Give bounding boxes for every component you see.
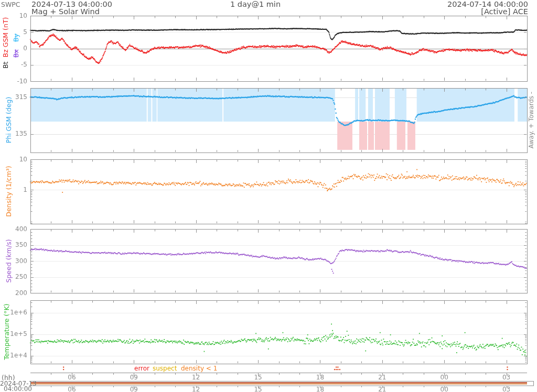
tick-label: 21 [374, 386, 390, 392]
tick-label: 300 [0, 258, 27, 265]
swpc-solar-wind-plot: SWPC 2024-07-13 04:00:00 1 day@1 min 202… [0, 0, 537, 392]
temperature-panel [30, 300, 527, 364]
tick-label: 03 [499, 386, 514, 392]
tick-label: 1 [0, 187, 27, 193]
density-panel [30, 159, 527, 224]
tick-label: 200 [0, 290, 27, 297]
sector-polarity-label: Away. + Towards - [528, 92, 535, 148]
tick-label: 00 [436, 386, 452, 392]
phi-panel [30, 88, 527, 153]
tick-label: 21 [374, 374, 390, 380]
flag-strip [30, 365, 527, 372]
cadence-label: 1 day@1 min [230, 0, 281, 8]
tick-label: 10 [0, 13, 27, 19]
tick-label: 135 [0, 130, 27, 137]
tick-label: 09 [126, 374, 142, 380]
swpc-brand: SWPC [1, 1, 20, 8]
source-status: [Active] ACE [481, 7, 528, 16]
tick-label: 5 [0, 29, 27, 36]
tick-label: 06 [64, 386, 80, 392]
mag-panel [30, 16, 527, 81]
tick-label: 15 [250, 386, 266, 392]
tick-label: -10 [0, 78, 27, 85]
tick-label: 250 [0, 274, 27, 280]
tick-label: 18 [312, 386, 328, 392]
plot-title: Mag + Solar Wind [31, 7, 100, 16]
tick-label: 10 [0, 156, 27, 163]
axis-start-time: 04:00:00 [4, 385, 32, 392]
tick-label: 315 [0, 94, 27, 101]
tick-label: 09 [126, 386, 142, 392]
tick-label: 0 [0, 45, 27, 52]
availability-bar [30, 381, 534, 386]
tick-label: 12 [188, 386, 204, 392]
tick-label: -5 [0, 61, 27, 68]
tick-label: 1e+4 [0, 352, 27, 359]
tick-label: 1e+6 [0, 309, 27, 316]
tick-label: 12 [188, 374, 204, 380]
tick-label: 15 [250, 374, 266, 380]
tick-label: 18 [312, 374, 328, 380]
tick-label: 03 [499, 374, 514, 380]
tick-label: 1e+5 [0, 331, 27, 337]
tick-label: 00 [436, 374, 452, 380]
tick-label: 400 [0, 226, 27, 233]
tick-label: 350 [0, 242, 27, 248]
tick-label: 06 [64, 374, 80, 380]
speed-panel [30, 229, 527, 293]
